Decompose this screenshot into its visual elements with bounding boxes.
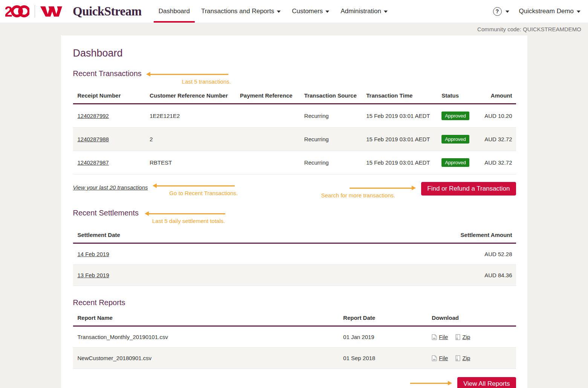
transactions-header-row: Receipt Number Customer Reference Number… (73, 89, 516, 104)
zip-icon (455, 334, 460, 340)
status-badge: Approved (441, 158, 469, 167)
help-icon: ? (493, 7, 502, 16)
page-background: Community code: QUICKSTREAMDEMO Dashboar… (0, 23, 588, 388)
report-name-cell: Transaction_Monthly_20190101.csv (73, 326, 339, 348)
arrow-left-icon (146, 72, 231, 76)
arrow-right-icon (410, 381, 452, 385)
westpac-200-logo-icon: 2 (5, 4, 29, 18)
amount-cell: AUD 32.72 (479, 151, 516, 174)
view-all-reports-button[interactable]: View All Reports (457, 377, 516, 388)
view-link-annotation: Go to Recent Transactions. (153, 183, 238, 196)
nav-customers[interactable]: Customers (287, 0, 334, 23)
help-menu[interactable]: ? (493, 7, 509, 16)
nav-administration[interactable]: Administration (336, 0, 393, 23)
download-zip-link[interactable]: Zip (455, 355, 470, 361)
reports-section-head: Recent Reports (73, 298, 516, 307)
arrow-right-icon (350, 186, 416, 190)
brand-block: 2 QuickStream (5, 4, 142, 18)
annotation-text: Go to Recent Transactions. (170, 190, 238, 196)
top-header: 2 QuickStream Dashboard Transactions and… (0, 0, 588, 23)
search-transactions-annotation: Search for more transactions. (321, 186, 416, 199)
nav-transactions-and-reports[interactable]: Transactions and Reports (196, 0, 286, 23)
customer-ref-cell: RBTEST (145, 151, 235, 174)
settlements-heading: Recent Settlements (73, 208, 139, 217)
source-cell: Recurring (300, 104, 362, 128)
report-name-cell: NewCustomer_20180901.csv (73, 348, 339, 369)
download-zip-link[interactable]: Zip (455, 334, 470, 340)
col-payment-reference: Payment Reference (235, 89, 300, 104)
search-reports-annotation: Search for more reports. (381, 381, 452, 388)
file-link-label: File (439, 355, 448, 361)
view-last-20-link[interactable]: View your last 20 transactions (73, 184, 148, 191)
arrow-left-icon (153, 183, 238, 188)
settlement-date-link[interactable]: 13 Feb 2019 (78, 272, 109, 278)
receipt-link[interactable]: 1240287988 (78, 136, 109, 142)
chevron-down-icon (384, 11, 388, 13)
annotation-text: Search for more transactions. (321, 192, 396, 199)
westpac-w-logo-icon (40, 5, 62, 18)
brand-divider (35, 5, 35, 18)
reports-header-row: Report Name Report Date Download (73, 311, 516, 326)
transactions-annotation: Last 5 transactions. (146, 72, 231, 85)
settlements-section-head: Recent Settlements Last 5 daily settleme… (73, 208, 516, 224)
settlement-amount-cell: AUD 52.28 (276, 243, 516, 265)
zip-link-label: Zip (462, 334, 470, 340)
file-icon (432, 334, 437, 340)
time-cell: 15 Feb 2019 03:01 AEDT (362, 104, 437, 128)
receipt-link[interactable]: 1240287987 (78, 159, 109, 166)
status-badge: Approved (441, 135, 469, 144)
settlements-table: Settlement Date Settlement Amount 14 Feb… (73, 228, 516, 286)
table-row: Transaction_Monthly_20190101.csv 01 Jan … (73, 326, 516, 348)
settlements-header-row: Settlement Date Settlement Amount (73, 228, 516, 243)
download-file-link[interactable]: File (432, 334, 448, 340)
payment-ref-cell (235, 104, 300, 128)
download-file-link[interactable]: File (432, 355, 448, 361)
transactions-section-head: Recent Transactions Last 5 transactions. (73, 69, 516, 85)
main-nav: Dashboard Transactions and Reports Custo… (154, 0, 393, 23)
payment-ref-cell (235, 128, 300, 151)
settlement-date-link[interactable]: 14 Feb 2019 (78, 251, 109, 257)
reports-heading: Recent Reports (73, 298, 125, 307)
settlement-amount-cell: AUD 84.36 (276, 265, 516, 286)
col-receipt-number: Receipt Number (73, 89, 145, 104)
chevron-down-icon (325, 11, 329, 13)
col-settlement-amount: Settlement Amount (276, 228, 516, 243)
receipt-link[interactable]: 1240287992 (78, 113, 109, 119)
report-date-cell: 01 Jan 2019 (339, 326, 427, 348)
customer-ref-cell: 2 (145, 128, 235, 151)
page-title: Dashboard (73, 47, 516, 59)
chevron-down-icon (577, 11, 580, 13)
file-link-label: File (439, 334, 448, 340)
user-menu[interactable]: Quickstream Demo (519, 8, 580, 15)
time-cell: 15 Feb 2019 03:01 AEDT (362, 128, 437, 151)
chevron-down-icon (506, 11, 509, 13)
nav-dashboard[interactable]: Dashboard (154, 0, 195, 23)
file-icon (432, 355, 437, 361)
header-right: ? Quickstream Demo (493, 7, 580, 16)
col-report-date: Report Date (339, 311, 427, 326)
settlements-annotation: Last 5 daily settlement totals. (145, 211, 225, 224)
amount-cell: AUD 10.20 (479, 104, 516, 128)
annotation-text: Last 5 transactions. (182, 78, 231, 85)
table-row: NewCustomer_20180901.csv 01 Sep 2018 Fil… (73, 348, 516, 369)
transactions-heading: Recent Transactions (73, 69, 142, 78)
col-status: Status (437, 89, 479, 104)
table-row: 1240287987 RBTEST Recurring 15 Feb 2019 … (73, 151, 516, 174)
annotation-text: Last 5 daily settlement totals. (152, 218, 225, 224)
source-cell: Recurring (300, 128, 362, 151)
source-cell: Recurring (300, 151, 362, 174)
status-badge: Approved (441, 112, 469, 120)
user-menu-label: Quickstream Demo (519, 8, 574, 15)
table-row: 13 Feb 2019 AUD 84.36 (73, 265, 516, 286)
col-report-name: Report Name (73, 311, 339, 326)
reports-table: Report Name Report Date Download Transac… (73, 311, 516, 369)
transactions-actions-row: View your last 20 transactions Go to Rec… (73, 182, 516, 199)
find-refund-transaction-button[interactable]: Find or Refund a Transaction (421, 182, 516, 196)
col-transaction-source: Transaction Source (300, 89, 362, 104)
customer-ref-cell: 1E2E121E2 (145, 104, 235, 128)
col-download: Download (427, 311, 516, 326)
community-code-text: Community code: QUICKSTREAMDEMO (477, 26, 581, 32)
nav-administration-label: Administration (341, 8, 381, 15)
amount-cell: AUD 32.72 (479, 128, 516, 151)
arrow-left-icon (145, 211, 225, 216)
